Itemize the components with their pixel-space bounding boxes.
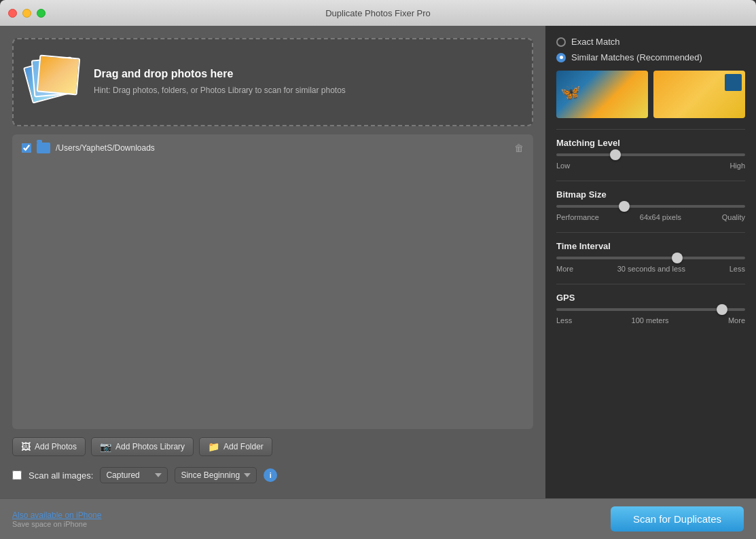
bottom-bar: Also available on iPhone Save space on i… (0, 498, 756, 539)
drag-text: Drag and drop photos here Hint: Drag pho… (94, 68, 346, 96)
matching-level-labels: Low High (556, 162, 745, 170)
bitmap-performance-label: Performance (556, 213, 599, 221)
folder-icon (37, 143, 50, 153)
add-folder-label: Add Folder (223, 442, 264, 451)
similar-match-label: Similar Matches (Recommended) (571, 52, 702, 62)
scan-all-checkbox[interactable] (12, 470, 22, 480)
scan-duplicates-button[interactable]: Scan for Duplicates (611, 506, 744, 532)
minimize-button[interactable] (22, 9, 31, 18)
right-panel: Exact Match Similar Matches (Recommended… (545, 26, 756, 498)
add-library-label: Add Photos Library (115, 442, 185, 451)
matching-low-label: Low (556, 162, 570, 170)
left-panel: Drag and drop photos here Hint: Drag pho… (0, 26, 545, 498)
since-beginning-select[interactable]: Since Beginning Last Week Last Month Las… (175, 467, 257, 483)
sample-image-1 (556, 71, 648, 118)
traffic-lights (8, 9, 46, 18)
time-interval-labels: More 30 seconds and less Less (556, 265, 745, 273)
add-folder-button[interactable]: 📁 Add Folder (199, 437, 272, 456)
matching-high-label: High (730, 162, 745, 170)
matching-level-section: Matching Level Low High (556, 129, 745, 170)
scan-row: Scan all images: Captured Modified Added… (12, 464, 533, 486)
gps-label: GPS (556, 293, 745, 303)
titlebar: Duplicate Photos Fixer Pro (0, 0, 756, 26)
bitmap-size-labels: Performance 64x64 pixels Quality (556, 213, 745, 221)
bitmap-quality-label: Quality (722, 213, 745, 221)
add-photos-label: Add Photos (35, 442, 77, 451)
bitmap-size-slider[interactable] (556, 205, 745, 208)
exact-match-label: Exact Match (571, 37, 620, 47)
maximize-button[interactable] (37, 9, 46, 18)
time-interval-slider[interactable] (556, 257, 745, 259)
drag-drop-zone[interactable]: Drag and drop photos here Hint: Drag pho… (12, 38, 533, 126)
photo-card-3 (37, 54, 81, 95)
time-less-label: Less (730, 265, 745, 273)
iphone-sub: Save space on iPhone (12, 520, 101, 528)
drag-title: Drag and drop photos here (94, 68, 346, 80)
gps-more-label: More (728, 316, 745, 324)
add-folder-icon: 📁 (208, 441, 219, 452)
exact-match-row[interactable]: Exact Match (556, 37, 745, 47)
sample-image-2 (653, 71, 745, 118)
close-button[interactable] (8, 9, 17, 18)
matching-level-slider[interactable] (556, 153, 745, 156)
file-checkbox[interactable] (22, 143, 31, 153)
add-photos-button[interactable]: 🖼 Add Photos (12, 437, 86, 456)
file-list: /Users/YaphetS/Downloads 🗑 (12, 134, 533, 429)
add-photos-icon: 🖼 (21, 441, 31, 452)
iphone-link[interactable]: Also available on iPhone (12, 510, 101, 520)
gps-meters-label: 100 meters (632, 316, 669, 324)
exact-match-radio[interactable] (556, 37, 566, 47)
time-seconds-label: 30 seconds and less (617, 265, 685, 273)
scan-all-label: Scan all images: (29, 470, 93, 481)
gps-labels: Less 100 meters More (556, 316, 745, 324)
time-more-label: More (556, 265, 573, 273)
matching-level-label: Matching Level (556, 138, 745, 148)
sample-images (556, 71, 745, 118)
bitmap-size-section: Bitmap Size Performance 64x64 pixels Qua… (556, 181, 745, 221)
delete-icon[interactable]: 🗑 (514, 143, 524, 153)
similar-match-radio[interactable] (556, 53, 566, 62)
gps-section: GPS Less 100 meters More (556, 284, 745, 324)
time-interval-section: Time Interval More 30 seconds and less L… (556, 232, 745, 273)
iphone-promo: Also available on iPhone Save space on i… (12, 510, 101, 528)
list-item: /Users/YaphetS/Downloads 🗑 (18, 140, 528, 156)
photos-stack-icon (27, 55, 82, 109)
add-library-button[interactable]: 📷 Add Photos Library (91, 437, 194, 456)
bitmap-pixels-label: 64x64 pixels (640, 213, 681, 221)
gps-slider[interactable] (556, 308, 745, 311)
add-library-icon: 📷 (100, 441, 111, 452)
time-interval-label: Time Interval (556, 241, 745, 251)
toolbar: 🖼 Add Photos 📷 Add Photos Library 📁 Add … (12, 437, 533, 456)
window-title: Duplicate Photos Fixer Pro (325, 8, 431, 18)
captured-select[interactable]: Captured Modified Added (100, 467, 168, 483)
similar-match-row[interactable]: Similar Matches (Recommended) (556, 52, 745, 62)
match-type-section: Exact Match Similar Matches (Recommended… (556, 37, 745, 118)
gps-less-label: Less (556, 316, 572, 324)
info-button[interactable]: i (264, 468, 277, 482)
drag-hint: Hint: Drag photos, folders, or Photos Li… (94, 84, 346, 96)
main-content: Drag and drop photos here Hint: Drag pho… (0, 26, 756, 498)
file-path: /Users/YaphetS/Downloads (56, 143, 509, 153)
bitmap-size-label: Bitmap Size (556, 189, 745, 200)
